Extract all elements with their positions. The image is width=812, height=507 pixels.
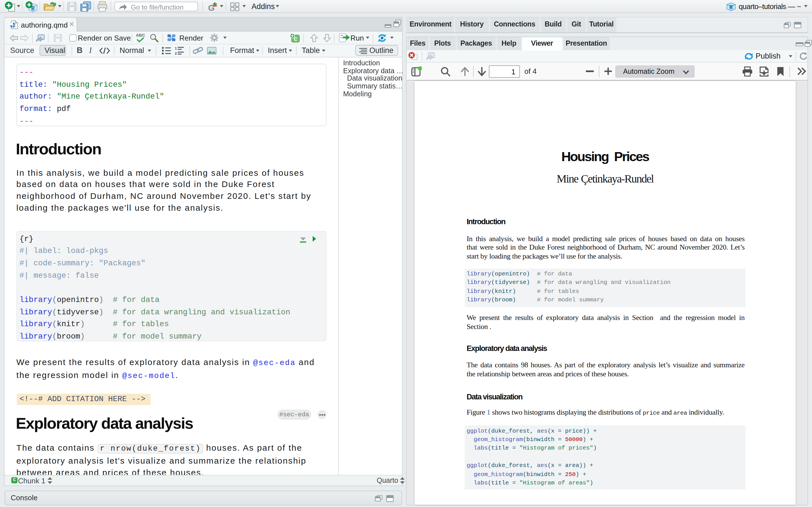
svg-text:2: 2 — [175, 51, 177, 55]
svg-text:R: R — [729, 4, 733, 10]
svg-text:1: 1 — [175, 46, 177, 50]
